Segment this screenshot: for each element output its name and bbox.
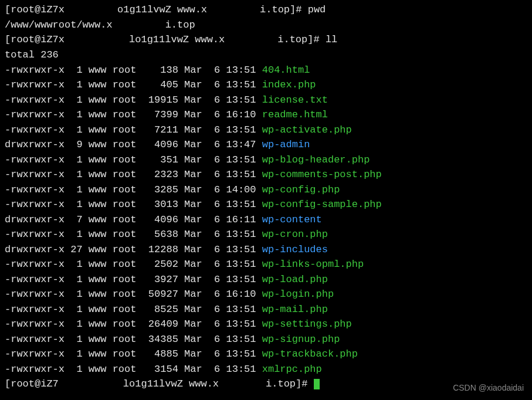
- file-row: -rwxrwxr-x 1 www root 2323 Mar 6 13:51 w…: [5, 167, 527, 182]
- perms: drwxrwxr-x: [5, 244, 65, 255]
- day: 6: [202, 184, 221, 195]
- day: 6: [202, 109, 221, 120]
- filename: wp-blog-header.php: [256, 154, 370, 165]
- day: 6: [202, 229, 221, 240]
- day: 6: [202, 214, 221, 225]
- filename: wp-links-opml.php: [256, 259, 364, 270]
- links: 1: [65, 274, 83, 285]
- prompt-line-pwd: [root@iZ7x o1g11lvwZ www.x i.top]# pwd: [5, 2, 527, 18]
- time: 13:51: [220, 124, 256, 135]
- links: 7: [65, 214, 83, 225]
- owner: www: [83, 289, 107, 300]
- time: 13:51: [220, 169, 256, 180]
- month: Mar: [178, 304, 202, 315]
- group: root: [106, 139, 136, 150]
- file-listing: -rwxrwxr-x 1 www root 138 Mar 6 13:51 40…: [5, 63, 527, 377]
- perms: -rwxrwxr-x: [5, 274, 65, 285]
- owner: www: [83, 124, 107, 135]
- filename: license.txt: [256, 94, 328, 106]
- watermark: CSDN @xiaodaidai: [453, 382, 524, 394]
- links: 1: [65, 79, 83, 90]
- command-ll: ll: [326, 35, 337, 46]
- size: 34385: [136, 334, 178, 345]
- month: Mar: [178, 274, 202, 285]
- owner: www: [83, 109, 107, 120]
- perms: -rwxrwxr-x: [5, 229, 65, 240]
- file-row: -rwxrwxr-x 1 www root 7211 Mar 6 13:51 w…: [5, 123, 527, 138]
- group: root: [106, 244, 136, 255]
- day: 6: [202, 348, 221, 360]
- time: 13:51: [220, 199, 256, 210]
- perms: -rwxrwxr-x: [5, 169, 65, 180]
- size: 2323: [136, 169, 178, 180]
- size: 8525: [136, 304, 178, 315]
- day: 6: [202, 139, 221, 150]
- perms: -rwxrwxr-x: [5, 334, 65, 345]
- links: 1: [65, 259, 83, 270]
- time: 16:10: [220, 289, 256, 300]
- size: 4096: [136, 139, 178, 150]
- month: Mar: [178, 109, 202, 120]
- size: 5638: [136, 229, 178, 240]
- perms: drwxrwxr-x: [5, 214, 65, 225]
- filename: wp-comments-post.php: [256, 169, 382, 180]
- size: 26409: [136, 318, 178, 330]
- group: root: [106, 94, 136, 106]
- links: 1: [65, 318, 83, 330]
- owner: www: [83, 229, 107, 240]
- group: root: [106, 259, 136, 270]
- file-row: -rwxrwxr-x 1 www root 34385 Mar 6 13:51 …: [5, 332, 527, 347]
- group: root: [106, 65, 136, 76]
- group: root: [106, 154, 136, 165]
- size: 2502: [136, 259, 178, 270]
- month: Mar: [178, 229, 202, 240]
- time: 13:47: [220, 139, 256, 150]
- time: 14:00: [220, 184, 256, 195]
- links: 1: [65, 109, 83, 120]
- day: 6: [202, 124, 221, 135]
- group: root: [106, 348, 136, 360]
- group: root: [106, 229, 136, 240]
- day: 6: [202, 79, 221, 90]
- day: 6: [202, 334, 221, 345]
- links: 1: [65, 154, 83, 165]
- filename: xmlrpc.php: [256, 364, 322, 375]
- owner: www: [83, 169, 107, 180]
- perms: -rwxrwxr-x: [5, 289, 65, 300]
- perms: -rwxrwxr-x: [5, 304, 65, 315]
- group: root: [106, 199, 136, 210]
- cursor: [314, 379, 320, 389]
- group: root: [106, 79, 136, 90]
- filename: wp-content: [256, 214, 322, 225]
- day: 6: [202, 169, 221, 180]
- owner: www: [83, 304, 107, 315]
- owner: www: [83, 139, 107, 150]
- time: 13:51: [220, 364, 256, 375]
- group: root: [106, 304, 136, 315]
- group: root: [106, 214, 136, 225]
- perms: -rwxrwxr-x: [5, 109, 65, 120]
- time: 13:51: [220, 334, 256, 345]
- terminal-output[interactable]: [root@iZ7x o1g11lvwZ www.x i.top]# pwd /…: [5, 2, 527, 392]
- size: 405: [136, 79, 178, 90]
- perms: -rwxrwxr-x: [5, 154, 65, 165]
- day: 6: [202, 364, 221, 375]
- file-row: drwxrwxr-x 9 www root 4096 Mar 6 13:47 w…: [5, 137, 527, 152]
- size: 3927: [136, 274, 178, 285]
- filename: wp-activate.php: [256, 124, 352, 135]
- size: 12288: [136, 244, 178, 255]
- month: Mar: [178, 79, 202, 90]
- file-row: drwxrwxr-x 7 www root 4096 Mar 6 16:11 w…: [5, 212, 527, 228]
- month: Mar: [178, 244, 202, 255]
- filename: wp-config-sample.php: [256, 199, 382, 210]
- perms: -rwxrwxr-x: [5, 184, 65, 195]
- links: 1: [65, 229, 83, 240]
- perms: -rwxrwxr-x: [5, 124, 65, 135]
- perms: -rwxrwxr-x: [5, 79, 65, 90]
- filename: wp-includes: [256, 244, 328, 255]
- file-row: -rwxrwxr-x 1 www root 3013 Mar 6 13:51 w…: [5, 197, 527, 212]
- file-row: -rwxrwxr-x 1 www root 5638 Mar 6 13:51 w…: [5, 227, 527, 242]
- links: 1: [65, 169, 83, 180]
- owner: www: [83, 334, 107, 345]
- size: 7399: [136, 109, 178, 120]
